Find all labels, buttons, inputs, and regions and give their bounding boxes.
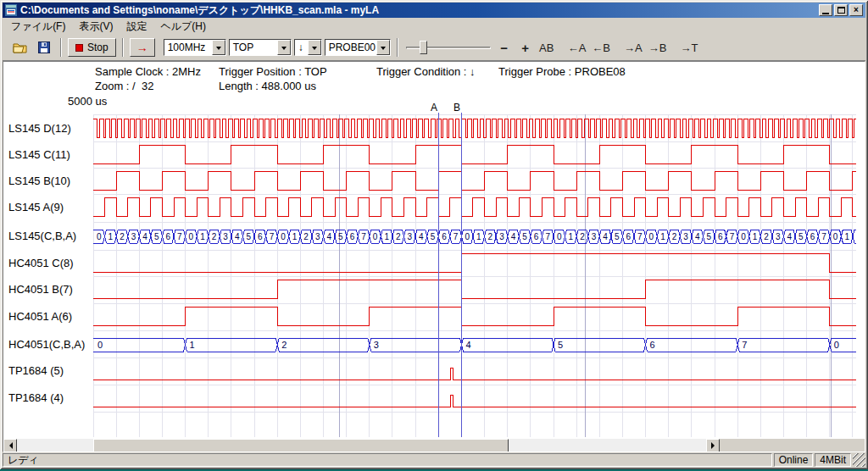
svg-text:6: 6 [350, 232, 355, 241]
scrollbar-track[interactable] [17, 439, 706, 452]
app-window: C:\Documents and Settings\noname\デスクトップ\… [0, 0, 868, 469]
svg-text:0: 0 [465, 232, 470, 241]
svg-text:2: 2 [580, 232, 585, 241]
svg-text:5: 5 [246, 232, 251, 241]
menubar: ファイル(F) 表示(V) 設定 ヘルプ(H) [3, 18, 865, 35]
svg-text:6: 6 [718, 232, 723, 241]
scroll-left-button[interactable] [3, 439, 17, 452]
svg-text:4: 4 [465, 340, 470, 350]
stop-button[interactable]: Stop [68, 38, 116, 57]
svg-text:2: 2 [120, 232, 125, 241]
open-button[interactable] [9, 38, 31, 57]
zoom-in-button[interactable]: + [516, 38, 535, 57]
maximize-button[interactable] [834, 4, 848, 16]
svg-text:4: 4 [142, 232, 147, 241]
svg-text:1: 1 [476, 232, 481, 241]
toolbar-separator [397, 38, 398, 57]
zoom-out-button[interactable]: − [495, 38, 514, 57]
goto-b-right-button[interactable]: →B [647, 38, 669, 57]
svg-text:1: 1 [384, 232, 389, 241]
trigger-edge-select[interactable]: ↓ [294, 39, 322, 56]
svg-text:5: 5 [338, 232, 343, 241]
scroll-right-button[interactable] [706, 439, 720, 452]
svg-text:7: 7 [270, 232, 275, 241]
svg-text:0: 0 [373, 232, 378, 241]
goto-trigger-button[interactable]: →T [678, 38, 699, 57]
svg-text:1: 1 [108, 232, 114, 241]
svg-text:2: 2 [212, 232, 217, 241]
svg-text:5: 5 [154, 232, 159, 241]
status-memory: 4MBit [815, 453, 851, 467]
trigger-position-value: TOP [230, 40, 277, 55]
svg-text:3: 3 [131, 232, 136, 241]
run-button[interactable]: → [130, 38, 155, 57]
probe-select[interactable]: PROBE00 [325, 39, 391, 56]
chevron-down-icon[interactable] [376, 40, 390, 55]
save-button[interactable] [33, 38, 54, 57]
svg-text:7: 7 [453, 232, 459, 241]
svg-text:3: 3 [374, 340, 379, 350]
svg-text:2: 2 [488, 232, 493, 241]
svg-text:2: 2 [672, 232, 677, 241]
goto-a-right-button[interactable]: →A [622, 38, 644, 57]
scrollbar-thumb[interactable] [93, 439, 509, 452]
svg-text:0: 0 [281, 232, 286, 241]
svg-text:4: 4 [419, 232, 424, 241]
svg-text:6: 6 [810, 232, 815, 241]
probe-value: PROBE00 [326, 40, 376, 55]
waveform-plot[interactable]: 0123456701234567012345670123456701234567… [3, 62, 865, 452]
svg-text:0: 0 [833, 232, 838, 241]
toolbar-separator [122, 38, 124, 57]
sample-clock-value: 100MHz [164, 40, 212, 55]
svg-text:5: 5 [798, 232, 804, 241]
waveform-client-area: Sample Clock : 2MHz Trigger Position : T… [3, 61, 865, 452]
svg-text:6: 6 [650, 340, 655, 350]
chevron-down-icon[interactable] [308, 40, 321, 55]
svg-text:2: 2 [303, 232, 309, 241]
svg-text:5: 5 [615, 232, 620, 241]
svg-text:2: 2 [396, 232, 401, 241]
ab-button[interactable]: AB [537, 38, 556, 57]
stop-icon [75, 44, 83, 52]
window-title: C:\Documents and Settings\noname\デスクトップ\… [20, 3, 819, 18]
svg-text:2: 2 [281, 340, 287, 350]
svg-text:0: 0 [834, 340, 839, 350]
zoom-slider[interactable] [404, 38, 492, 57]
svg-text:0: 0 [649, 232, 654, 241]
svg-text:7: 7 [821, 232, 826, 241]
svg-text:1: 1 [292, 232, 298, 241]
menu-view[interactable]: 表示(V) [72, 17, 120, 36]
svg-text:6: 6 [258, 232, 263, 241]
menu-settings[interactable]: 設定 [120, 17, 153, 36]
svg-text:B: B [453, 102, 460, 114]
svg-text:5: 5 [431, 232, 436, 241]
svg-text:A: A [431, 102, 437, 114]
svg-text:6: 6 [165, 232, 170, 241]
svg-text:4: 4 [603, 232, 608, 241]
menu-file[interactable]: ファイル(F) [4, 17, 72, 36]
svg-text:5: 5 [522, 232, 527, 241]
goto-a-left-button[interactable]: ←A [566, 38, 588, 57]
svg-text:1: 1 [844, 232, 849, 241]
horizontal-scrollbar[interactable] [3, 439, 720, 452]
right-arrow-icon [711, 442, 718, 449]
chevron-down-icon[interactable] [212, 40, 225, 55]
open-folder-icon [13, 42, 27, 53]
minimize-button[interactable] [819, 4, 832, 16]
sample-clock-select[interactable]: 100MHz [164, 39, 226, 56]
statusbar: レディ Online 4MBit [3, 453, 865, 467]
menu-help[interactable]: ヘルプ(H) [153, 17, 213, 36]
toolbar-separator [60, 38, 62, 57]
svg-text:7: 7 [742, 340, 747, 350]
app-icon [5, 4, 17, 16]
svg-text:7: 7 [730, 232, 735, 241]
svg-text:7: 7 [637, 232, 643, 241]
zoom-slider-thumb[interactable] [420, 41, 427, 54]
close-button[interactable]: × [849, 4, 863, 16]
svg-text:0: 0 [97, 340, 103, 350]
trigger-position-select[interactable]: TOP [229, 39, 292, 56]
resize-grip[interactable] [853, 453, 865, 467]
minimize-icon [822, 13, 829, 14]
chevron-down-icon[interactable] [277, 40, 291, 55]
goto-b-left-button[interactable]: ←B [590, 38, 612, 57]
